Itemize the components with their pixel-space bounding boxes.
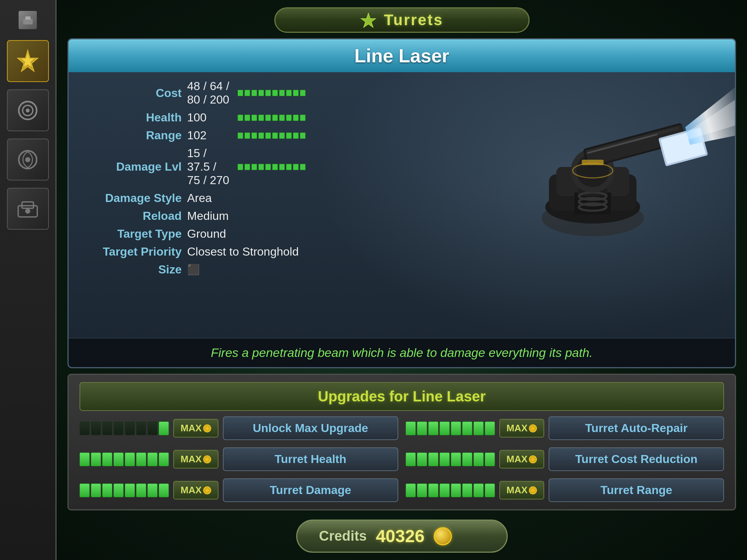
upgrades-header: Upgrades for Line Laser (80, 382, 724, 411)
stat-target-priority: Target Priority Closest to Stronghold (80, 245, 306, 258)
upgrade-row-unlock: MAX Unlock Max Upgrade (80, 416, 398, 440)
stat-range: Range 102 (80, 129, 306, 142)
sidebar-item-tertiary[interactable] (7, 139, 49, 180)
stat-damage: Damage Lvl 15 / 37.5 / 75 / 270 (80, 147, 306, 187)
health-progress (80, 452, 169, 466)
autorepair-label-box[interactable]: Turret Auto-Repair (549, 416, 724, 440)
svg-rect-32 (582, 160, 604, 165)
stats-section: Cost 48 / 64 / 80 / 200 Health 100 Range… (69, 72, 317, 338)
costreduction-progress (406, 452, 495, 466)
stat-target-type-label: Target Type (80, 227, 182, 241)
turret-panel: Line Laser Cost 48 / 64 / 80 / 200 Healt… (67, 38, 736, 368)
autorepair-max-button[interactable]: MAX (499, 419, 545, 438)
stat-health-bars (237, 114, 306, 121)
upgrades-grid: MAX Unlock Max Upgrade (80, 416, 724, 502)
credits-bar: Credits 40326 (296, 520, 508, 553)
damage-segs (80, 483, 169, 497)
stat-cost-label: Cost (80, 86, 182, 100)
svg-point-8 (25, 157, 30, 162)
stat-size: Size ⬛ (80, 263, 306, 276)
credits-pill: Credits 40326 (296, 520, 508, 553)
range-progress (406, 483, 495, 497)
range-max-button[interactable]: MAX (499, 481, 545, 499)
coin-icon-unlock (203, 424, 211, 432)
upgrades-title: Upgrades for Line Laser (318, 388, 485, 404)
unlock-segs (80, 421, 169, 435)
sidebar (0, 0, 57, 560)
autorepair-label: Turret Auto-Repair (585, 421, 688, 435)
stat-range-label: Range (80, 129, 182, 142)
upgrade-row-range: MAX Turret Range (406, 478, 724, 502)
credits-amount: 40326 (376, 526, 424, 546)
stat-damage-style-value: Area (187, 191, 306, 205)
unlock-max-button[interactable]: MAX (173, 419, 218, 438)
stat-cost-bars (237, 90, 306, 96)
turret-name: Line Laser (354, 45, 449, 66)
coin-icon-health (203, 455, 211, 463)
unlock-label: Unlock Max Upgrade (253, 421, 368, 435)
turret-illustration (491, 72, 735, 265)
stat-range-value: 102 (187, 129, 232, 142)
svg-point-11 (25, 209, 30, 214)
range-segs (406, 483, 495, 497)
coin-icon-damage (203, 486, 211, 494)
stat-damage-style: Damage Style Area (80, 191, 306, 205)
range-label-box[interactable]: Turret Range (549, 478, 724, 502)
description-text: Fires a penetrating beam which is able t… (211, 346, 593, 359)
sidebar-item-turrets[interactable] (7, 40, 49, 82)
stat-damage-style-label: Damage Style (80, 191, 182, 205)
nav-title: Turrets (384, 11, 444, 29)
stat-cost: Cost 48 / 64 / 80 / 200 (80, 79, 306, 106)
costreduction-label: Turret Cost Reduction (575, 452, 697, 466)
svg-point-6 (26, 108, 30, 112)
health-label-box[interactable]: Turret Health (223, 447, 398, 471)
upgrades-section: Upgrades for Line Laser (67, 374, 736, 510)
damage-label: Turret Damage (270, 483, 351, 497)
stat-damage-label: Damage Lvl (80, 160, 182, 174)
stat-reload: Reload Medium (80, 209, 306, 223)
stat-reload-label: Reload (80, 209, 182, 223)
turret-body: Cost 48 / 64 / 80 / 200 Health 100 Range… (69, 72, 735, 338)
health-label: Turret Health (275, 452, 347, 466)
upgrade-row-health: MAX Turret Health (80, 447, 398, 471)
stat-target-priority-label: Target Priority (80, 245, 182, 258)
health-max-button[interactable]: MAX (173, 450, 218, 468)
description-bar: Fires a penetrating beam which is able t… (69, 338, 735, 367)
coin-icon-range (529, 486, 537, 494)
stat-size-value: ⬛ (187, 264, 306, 276)
damage-progress (80, 483, 169, 497)
damage-max-button[interactable]: MAX (173, 481, 218, 499)
svg-marker-12 (361, 13, 376, 27)
damage-label-box[interactable]: Turret Damage (223, 478, 398, 502)
stat-health: Health 100 (80, 111, 306, 124)
sidebar-item-quaternary[interactable] (7, 188, 49, 230)
stat-reload-value: Medium (187, 209, 306, 223)
stat-damage-value: 15 / 37.5 / 75 / 270 (187, 147, 232, 187)
stat-range-bars (237, 132, 306, 139)
stat-target-priority-value: Closest to Stronghold (187, 245, 306, 258)
costreduction-segs (406, 452, 495, 466)
upgrade-row-damage: MAX Turret Damage (80, 478, 398, 502)
stat-cost-value: 48 / 64 / 80 / 200 (187, 79, 232, 106)
stat-health-value: 100 (187, 111, 232, 124)
stat-size-label: Size (80, 263, 182, 276)
main-content: Turrets Line Laser Cost 48 / 64 / 80 / 2… (57, 0, 747, 560)
nav-turret-icon (360, 12, 377, 28)
upgrade-row-costreduction: MAX Turret Cost Reduction (406, 447, 724, 471)
range-label: Turret Range (600, 483, 672, 497)
coin-icon-autorepair (529, 424, 537, 432)
costreduction-label-box[interactable]: Turret Cost Reduction (549, 447, 724, 471)
top-nav: Turrets (274, 7, 530, 33)
upgrade-row-autorepair: MAX Turret Auto-Repair (406, 416, 724, 440)
unlock-progress (80, 421, 169, 435)
credits-coin-icon (434, 527, 452, 545)
autorepair-segs (406, 421, 495, 435)
stat-health-label: Health (80, 111, 182, 124)
costreduction-max-button[interactable]: MAX (499, 450, 545, 468)
stat-target-type: Target Type Ground (80, 227, 306, 241)
sidebar-item-secondary[interactable] (7, 89, 49, 131)
turret-header: Line Laser (69, 39, 735, 72)
unlock-label-box[interactable]: Unlock Max Upgrade (223, 416, 398, 440)
svg-rect-1 (25, 16, 30, 20)
sidebar-top-accent (19, 11, 37, 29)
